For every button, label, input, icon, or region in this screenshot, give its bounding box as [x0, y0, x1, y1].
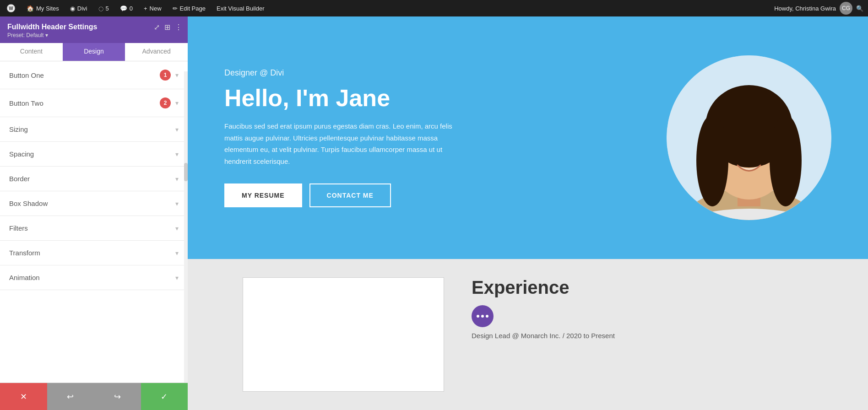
dot-3 — [486, 315, 488, 318]
dot-1 — [477, 315, 479, 318]
undo-button[interactable]: ↩ — [47, 383, 94, 410]
chevron-icon-border: ▾ — [175, 175, 179, 183]
svg-point-8 — [696, 115, 728, 206]
hero-subtitle: Designer @ Divi — [224, 68, 667, 78]
options-dots-button[interactable] — [472, 305, 494, 327]
panel-tabs: Content Design Advanced — [0, 43, 188, 61]
chevron-icon-spacing: ▾ — [175, 151, 179, 158]
accordion-item-sizing[interactable]: Sizing ▾ — [0, 117, 188, 142]
panel-preset[interactable]: Preset: Default ▾ — [7, 32, 180, 38]
chevron-icon-transform: ▾ — [175, 249, 179, 257]
divi-icon: ◉ — [70, 5, 75, 12]
edit-page-item[interactable]: ✏ Edit Page — [171, 5, 207, 12]
accordion-label-button-two: Button Two — [9, 99, 160, 107]
chevron-icon-box-shadow: ▾ — [175, 200, 179, 207]
hero-title: Hello, I'm Jane — [224, 85, 667, 111]
panel-bottom-buttons: ✕ ↩ ↪ ✓ — [0, 383, 188, 410]
accordion-item-box-shadow[interactable]: Box Shadow ▾ — [0, 191, 188, 216]
accordion-list: Button One 1 ▾ Button Two 2 ▾ Sizing ▾ S… — [0, 61, 188, 383]
search-icon[interactable]: 🔍 — [856, 5, 863, 12]
accordion-item-filters[interactable]: Filters ▾ — [0, 216, 188, 241]
chevron-icon-animation: ▾ — [175, 274, 179, 281]
right-content: Designer @ Divi Hello, I'm Jane Faucibus… — [188, 16, 868, 410]
accordion-item-button-two[interactable]: Button Two 2 ▾ — [0, 89, 188, 117]
tab-advanced[interactable]: Advanced — [125, 43, 188, 61]
accordion-item-animation[interactable]: Animation ▾ — [0, 265, 188, 290]
tab-content[interactable]: Content — [0, 43, 63, 61]
badge-button-two: 2 — [160, 97, 171, 108]
comments-count-item[interactable]: ◌ 5 — [97, 5, 111, 12]
scroll-thumb[interactable] — [184, 163, 188, 181]
accordion-item-transform[interactable]: Transform ▾ — [0, 241, 188, 265]
speech-bubble-icon: ◌ — [98, 5, 103, 12]
accordion-label-button-one: Button One — [9, 71, 160, 79]
svg-point-11 — [757, 144, 766, 150]
my-resume-button[interactable]: MY RESUME — [224, 183, 302, 207]
pencil-icon: ✏ — [173, 5, 178, 12]
svg-point-10 — [732, 144, 741, 150]
tab-design[interactable]: Design — [63, 43, 125, 61]
chevron-icon-button-one: ▾ — [175, 71, 179, 79]
svg-text:W: W — [9, 6, 13, 11]
hero-description: Faucibus sed sed erat ipsum purus egesta… — [224, 120, 453, 167]
wp-logo-item[interactable]: W — [5, 4, 17, 13]
accordion-label-animation: Animation — [9, 274, 175, 281]
hero-section: Designer @ Divi Hello, I'm Jane Faucibus… — [188, 16, 868, 259]
hero-buttons: MY RESUME CONTACT ME — [224, 183, 667, 207]
comments-item[interactable]: 💬 0 — [118, 5, 135, 12]
contact-me-button[interactable]: CONTACT ME — [309, 183, 391, 207]
comment-icon: 💬 — [120, 5, 127, 12]
accordion-label-sizing: Sizing — [9, 125, 175, 133]
accordion-item-border[interactable]: Border ▾ — [0, 167, 188, 191]
redo-button[interactable]: ↪ — [94, 383, 141, 410]
accordion-label-box-shadow: Box Shadow — [9, 200, 175, 207]
svg-point-9 — [770, 115, 802, 206]
expand-icon[interactable]: ⤢ — [154, 23, 160, 32]
admin-bar-right: Howdy, Christina Gwira CG 🔍 — [774, 2, 863, 15]
chevron-icon-filters: ▾ — [175, 225, 179, 232]
accordion-label-border: Border — [9, 175, 175, 183]
main-layout: Fullwidth Header Settings Preset: Defaul… — [0, 0, 868, 410]
settings-panel: Fullwidth Header Settings Preset: Defaul… — [0, 16, 188, 410]
columns-icon[interactable]: ⊞ — [164, 23, 170, 32]
plus-icon: + — [144, 5, 147, 12]
exp-placeholder-box — [243, 277, 444, 392]
more-options-icon[interactable]: ⋮ — [175, 23, 182, 32]
divi-item[interactable]: ◉ Divi — [68, 5, 89, 12]
house-icon: 🏠 — [27, 5, 34, 12]
exp-right-content: Experience Design Lead @ Monarch Inc. / … — [472, 277, 831, 392]
admin-bar: W 🏠 My Sites ◉ Divi ◌ 5 💬 0 + New ✏ Edit… — [0, 0, 868, 16]
dot-2 — [481, 315, 484, 318]
accordion-item-button-one[interactable]: Button One 1 ▾ — [0, 61, 188, 89]
accordion-label-filters: Filters — [9, 224, 175, 232]
scroll-track — [184, 71, 188, 383]
badge-button-one: 1 — [160, 70, 171, 81]
new-item[interactable]: + New — [142, 5, 163, 12]
exit-visual-builder-item[interactable]: Exit Visual Builder — [215, 5, 266, 12]
cancel-button[interactable]: ✕ — [0, 383, 47, 410]
hero-text: Designer @ Divi Hello, I'm Jane Faucibus… — [224, 68, 667, 207]
save-button[interactable]: ✓ — [141, 383, 188, 410]
avatar: CG — [840, 2, 852, 15]
panel-header-icons: ⤢ ⊞ ⋮ — [154, 23, 182, 32]
panel-header: Fullwidth Header Settings Preset: Defaul… — [0, 16, 188, 43]
experience-subtitle: Design Lead @ Monarch Inc. / 2020 to Pre… — [472, 332, 831, 340]
accordion-label-transform: Transform — [9, 249, 175, 257]
profile-svg — [667, 55, 831, 220]
chevron-icon-sizing: ▾ — [175, 126, 179, 133]
accordion-label-spacing: Spacing — [9, 150, 175, 158]
experience-section: Experience Design Lead @ Monarch Inc. / … — [188, 259, 868, 410]
chevron-icon-button-two: ▾ — [175, 99, 179, 107]
accordion-item-spacing[interactable]: Spacing ▾ — [0, 142, 188, 167]
experience-title: Experience — [472, 277, 831, 298]
my-sites-item[interactable]: 🏠 My Sites — [25, 5, 61, 12]
profile-image — [667, 55, 831, 220]
howdy-text: Howdy, Christina Gwira — [774, 5, 836, 12]
